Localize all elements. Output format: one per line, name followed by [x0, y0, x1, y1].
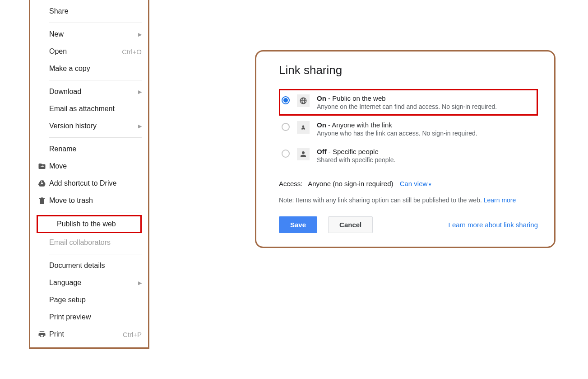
- menu-item-print[interactable]: Print Ctrl+P: [30, 326, 148, 343]
- globe-icon: [297, 94, 310, 107]
- menu-separator: [49, 23, 142, 23]
- menu-item-trash[interactable]: Move to trash: [30, 192, 148, 209]
- option-off[interactable]: Off - Specific people Shared with specif…: [279, 142, 538, 169]
- menu-separator: [49, 212, 142, 212]
- chevron-right-icon: ▶: [138, 123, 142, 129]
- save-button[interactable]: Save: [279, 216, 317, 233]
- menu-item-page-setup[interactable]: Page setup: [30, 291, 148, 309]
- menu-item-doc-details[interactable]: Document details: [30, 257, 148, 274]
- chevron-right-icon: ▶: [138, 32, 142, 37]
- menu-item-share[interactable]: Share: [30, 3, 148, 20]
- menu-separator: [49, 254, 142, 254]
- menu-label: Email as attachment: [49, 105, 142, 113]
- option-text: On - Public on the web Anyone on the Int…: [317, 94, 497, 110]
- menu-item-new[interactable]: New ▶: [30, 26, 148, 43]
- radio-anyone-link[interactable]: [282, 123, 290, 131]
- learn-more-link[interactable]: Learn more about link sharing: [449, 221, 538, 229]
- menu-separator: [49, 137, 142, 138]
- option-public[interactable]: On - Public on the web Anyone on the Int…: [279, 89, 538, 116]
- cancel-button[interactable]: Cancel: [328, 216, 373, 233]
- menu-label: Add shortcut to Drive: [49, 179, 142, 187]
- chevron-right-icon: ▶: [138, 280, 142, 286]
- menu-item-move[interactable]: Move: [30, 158, 148, 175]
- menu-label: Version history: [49, 122, 138, 130]
- option-text: On - Anyone with the link Anyone who has…: [317, 121, 477, 137]
- note-learn-more-link[interactable]: Learn more: [484, 197, 516, 204]
- access-value: Anyone (no sign-in required): [308, 180, 393, 187]
- link-sharing-dialog: Link sharing On - Public on the web Anyo…: [255, 50, 556, 248]
- menu-shortcut: Ctrl+O: [122, 48, 142, 56]
- menu-label: Rename: [49, 145, 142, 153]
- move-icon: [37, 162, 47, 170]
- menu-item-version-history[interactable]: Version history ▶: [30, 117, 148, 135]
- access-row: Access: Anyone (no sign-in required) Can…: [279, 180, 538, 187]
- radio-off[interactable]: [282, 150, 290, 158]
- menu-separator: [49, 80, 142, 80]
- radio-public[interactable]: [282, 96, 290, 104]
- menu-item-publish-web[interactable]: Publish to the web: [38, 216, 140, 232]
- menu-item-email-attachment[interactable]: Email as attachment: [30, 100, 148, 117]
- menu-item-open[interactable]: Open Ctrl+O: [30, 43, 148, 60]
- menu-item-make-copy[interactable]: Make a copy: [30, 60, 148, 77]
- menu-label: Language: [49, 279, 138, 287]
- file-menu: Share New ▶ Open Ctrl+O Make a copy Down…: [29, 0, 149, 349]
- option-anyone-link[interactable]: On - Anyone with the link Anyone who has…: [279, 116, 538, 142]
- person-icon: [297, 148, 310, 160]
- menu-item-print-preview[interactable]: Print preview: [30, 309, 148, 326]
- highlight-publish: Publish to the web: [37, 215, 142, 233]
- menu-item-email-collab: Email collaborators: [30, 234, 148, 251]
- menu-item-rename[interactable]: Rename: [30, 140, 148, 158]
- menu-label: Print: [49, 330, 123, 338]
- dialog-title: Link sharing: [279, 63, 538, 77]
- menu-shortcut: Ctrl+P: [123, 331, 142, 338]
- menu-label: Open: [49, 47, 122, 56]
- menu-label: Share: [49, 7, 142, 15]
- chevron-right-icon: ▶: [138, 89, 142, 95]
- menu-item-add-shortcut[interactable]: Add shortcut to Drive: [30, 175, 148, 192]
- menu-label: Make a copy: [49, 65, 142, 73]
- drive-icon: [37, 179, 47, 187]
- dialog-buttons: Save Cancel Learn more about link sharin…: [279, 216, 538, 233]
- menu-item-language[interactable]: Language ▶: [30, 274, 148, 291]
- menu-label: Download: [49, 88, 138, 96]
- option-text: Off - Specific people Shared with specif…: [317, 148, 395, 164]
- menu-label: Page setup: [49, 296, 142, 304]
- trash-icon: [37, 197, 47, 205]
- menu-label: Document details: [49, 262, 142, 270]
- menu-label: New: [49, 30, 138, 38]
- menu-label: Move to trash: [49, 197, 142, 205]
- link-person-icon: [297, 121, 310, 134]
- menu-label: Print preview: [49, 313, 142, 321]
- access-label: Access:: [279, 180, 303, 187]
- menu-label: Publish to the web: [57, 220, 134, 228]
- note-text: Note: Items with any link sharing option…: [279, 197, 538, 204]
- menu-label: Move: [49, 162, 142, 170]
- access-permission-dropdown[interactable]: Can view: [400, 180, 432, 187]
- menu-label: Email collaborators: [49, 239, 142, 247]
- print-icon: [37, 330, 47, 338]
- menu-item-download[interactable]: Download ▶: [30, 83, 148, 100]
